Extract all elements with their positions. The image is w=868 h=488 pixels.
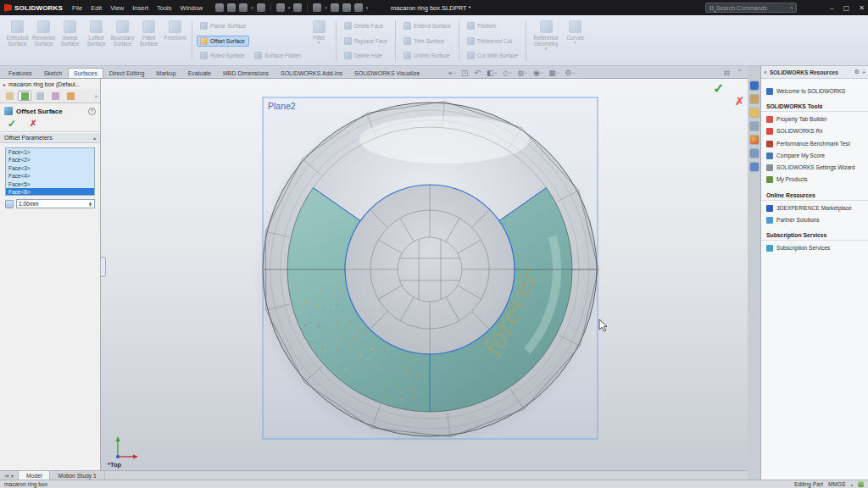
menu-tools[interactable]: Tools (153, 4, 176, 12)
settings-wizard-link[interactable]: SOLIDWORKS Settings Wizard (761, 162, 868, 174)
pane-pin-icon[interactable]: + (862, 69, 865, 75)
tab-mbd-dimensions[interactable]: MBD Dimensions (217, 68, 275, 78)
ok-button[interactable]: ✓ (8, 119, 16, 129)
save-dropdown-caret[interactable]: ▾ (251, 5, 253, 10)
view-settings-icon[interactable]: ⚙▾ (565, 69, 575, 77)
orientation-triad[interactable] (115, 436, 138, 459)
untrim-surface-button[interactable]: Untrim Surface (400, 50, 454, 61)
units-dropdown-caret[interactable]: ▴ (850, 482, 853, 487)
ruled-surface-button[interactable]: Ruled Surface (197, 50, 249, 61)
offset-surface-button[interactable]: Offset Surface (197, 36, 249, 47)
search-dropdown-caret[interactable]: ▾ (790, 5, 793, 10)
tab-scroll-controls[interactable]: ≪ ▾ (0, 471, 18, 480)
open-document-icon[interactable] (227, 3, 236, 12)
face-item[interactable]: Face<3> (6, 164, 94, 172)
revolved-surface-button[interactable]: Revolved Surface (31, 18, 57, 64)
confirm-corner-ok-button[interactable]: ✓ (713, 80, 724, 97)
select-dropdown-caret[interactable]: ▾ (325, 5, 327, 10)
tab-direct-editing[interactable]: Direct Editing (103, 68, 151, 78)
menu-file[interactable]: File (68, 4, 86, 12)
rebuild-icon[interactable] (331, 3, 339, 12)
help-icon[interactable]: ? (88, 108, 96, 115)
lofted-surface-button[interactable]: Lofted Surface (83, 18, 109, 64)
maximize-button[interactable]: ▢ (843, 4, 850, 12)
my-products-link[interactable]: My Products (761, 174, 868, 186)
filled-surface-button[interactable]: Filled Surface (136, 18, 162, 64)
forum-tab-icon[interactable] (750, 163, 759, 171)
property-tab-builder-link[interactable]: Property Tab Builder (761, 114, 868, 125)
save-icon[interactable] (239, 3, 248, 12)
graphics-viewport[interactable]: Plane2 forev (101, 79, 748, 470)
previous-view-icon[interactable]: ↶ (475, 69, 481, 77)
menu-edit[interactable]: Edit (86, 4, 106, 12)
panel-splitter-handle[interactable] (101, 257, 106, 277)
pane-options-gear-icon[interactable]: ⚙ (854, 69, 860, 75)
face-item-selected[interactable]: Face<6> (6, 188, 94, 196)
search-commands-box[interactable]: Search Commands ▾ (705, 3, 797, 13)
dock-icon[interactable]: ▤ (724, 69, 731, 76)
face-item[interactable]: Face<5> (6, 180, 94, 188)
compare-my-score-link[interactable]: Compare My Score (761, 150, 868, 162)
section-view-icon[interactable]: ◧▾ (487, 69, 497, 77)
collapse-section-icon[interactable]: ▴ (93, 135, 96, 141)
appearances-scenes-tab-icon[interactable] (750, 136, 759, 144)
tab-markup[interactable]: Markup (150, 68, 181, 78)
file-explorer-tab-icon[interactable] (750, 108, 759, 117)
close-button[interactable]: ✕ (859, 4, 865, 12)
tab-feature-manager[interactable] (3, 91, 16, 101)
tab-solidworks-visualize[interactable]: SOLIDWORKS Visualize (348, 68, 426, 78)
redo-icon[interactable] (293, 3, 302, 12)
welcome-link[interactable]: Welcome to SOLIDWORKS (761, 86, 868, 97)
fillet-dropdown-caret[interactable]: ▾ (318, 41, 320, 45)
minimize-button[interactable]: – (830, 4, 833, 12)
extruded-surface-button[interactable]: Extruded Surface (4, 18, 31, 64)
collapse-ribbon-icon[interactable]: ⌃ (737, 69, 743, 76)
select-icon[interactable] (313, 3, 321, 12)
cut-with-surface-button[interactable]: Cut With Surface (464, 50, 521, 61)
confirm-corner-cancel-button[interactable]: ✗ (735, 95, 744, 108)
model-3d[interactable]: forever (253, 100, 602, 449)
tab-surfaces[interactable]: Surfaces (68, 68, 103, 78)
view-orientation-icon[interactable]: ◇▾ (503, 69, 511, 77)
print-icon[interactable] (257, 3, 265, 12)
custom-properties-tab-icon[interactable] (750, 149, 759, 158)
delete-face-button[interactable]: Delete Face (341, 20, 391, 31)
fillet-button[interactable]: Fillet▾ (306, 18, 332, 64)
options-dropdown-caret[interactable]: ▾ (366, 5, 369, 10)
design-library-tab-icon[interactable] (750, 95, 759, 103)
undo-dropdown-caret[interactable]: ▾ (288, 5, 291, 10)
freeform-button[interactable]: Freeform (162, 18, 188, 64)
tab-display-manager[interactable] (64, 91, 77, 101)
curves-button[interactable]: Curves▾ (562, 18, 588, 64)
tab-property-manager[interactable] (18, 91, 31, 101)
view-palette-tab-icon[interactable] (750, 122, 759, 130)
delete-hole-button[interactable]: Delete Hole (341, 50, 391, 61)
status-tag-icon[interactable] (858, 481, 864, 487)
panel-tabs-overflow-icon[interactable]: » (95, 93, 97, 98)
file-properties-icon[interactable] (342, 3, 351, 12)
zoom-area-icon[interactable]: ◳ (461, 69, 469, 77)
performance-benchmark-link[interactable]: Performance Benchmark Test (761, 138, 868, 150)
feature-tree-breadcrumb[interactable]: ▸ macaron ring box (Defaul... (0, 79, 100, 89)
extend-surface-button[interactable]: Extend Surface (400, 20, 454, 31)
solidworks-rx-link[interactable]: SOLIDWORKS Rx (761, 125, 868, 137)
tab-dimxpert-manager[interactable] (48, 91, 62, 101)
undo-icon[interactable] (276, 3, 285, 12)
faces-selection-list[interactable]: Face<1> Face<2> Face<3> Face<4> Face<5> … (5, 147, 95, 196)
trim-surface-button[interactable]: Trim Surface (400, 36, 454, 47)
tab-motion-study[interactable]: Motion Study 1 (50, 471, 104, 480)
status-units[interactable]: MMGS (828, 481, 846, 487)
partner-solutions-link[interactable]: Partner Solutions (761, 214, 868, 226)
subscription-services-link[interactable]: Subscription Services (761, 242, 868, 254)
thickened-cut-button[interactable]: Thickened Cut (464, 36, 521, 47)
boundary-surface-button[interactable]: Boundary Surface (109, 18, 136, 64)
spinner-buttons[interactable]: ▲▼ (88, 202, 92, 207)
options-gear-icon[interactable] (354, 3, 363, 12)
edit-appearance-icon[interactable]: ▦▾ (548, 69, 559, 77)
menu-insert[interactable]: Insert (128, 4, 153, 12)
face-item[interactable]: Face<1> (6, 148, 94, 156)
swept-surface-button[interactable]: Swept Surface (57, 18, 83, 64)
face-item[interactable]: Face<2> (6, 156, 94, 164)
planar-surface-button[interactable]: Planar Surface (197, 20, 249, 31)
tab-solidworks-add-ins[interactable]: SOLIDWORKS Add-Ins (275, 68, 348, 78)
